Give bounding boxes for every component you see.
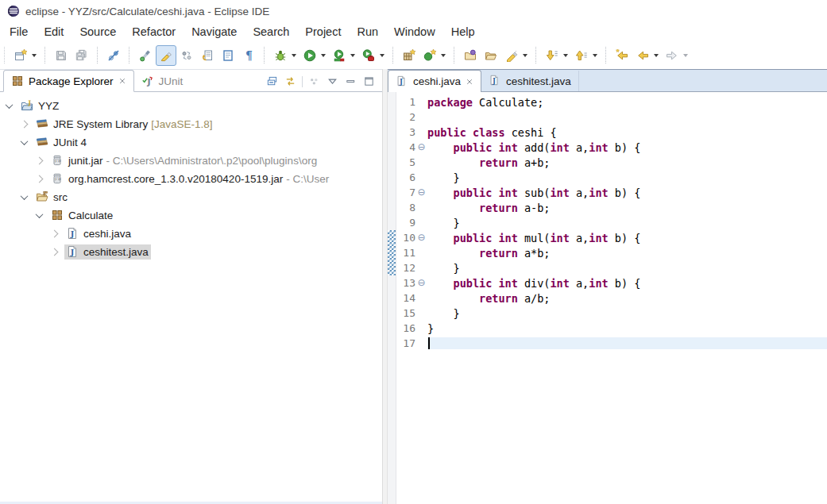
menu-source[interactable]: Source bbox=[71, 24, 124, 40]
menu-search[interactable]: Search bbox=[245, 24, 297, 40]
menu-refactor[interactable]: Refactor bbox=[124, 24, 184, 40]
pilcrow-button[interactable]: ¶ bbox=[238, 45, 259, 66]
workbench: Package ExplorerJJUnit JYYZJRE System Li… bbox=[0, 69, 827, 504]
menu-window[interactable]: Window bbox=[386, 24, 443, 40]
forward-button[interactable] bbox=[662, 45, 682, 66]
editor-tab-ceshi.java[interactable]: Jceshi.java bbox=[388, 70, 481, 92]
chevron-expanded-icon[interactable] bbox=[6, 101, 14, 109]
open-type-button[interactable] bbox=[460, 45, 481, 66]
menu-bar: FileEditSourceRefactorNavigateSearchProj… bbox=[0, 22, 827, 41]
new-wizard-dropdown[interactable] bbox=[32, 54, 37, 57]
previous-annotation-dropdown[interactable] bbox=[593, 54, 597, 57]
code-line: 4⊖ public int add(int a,int b) { bbox=[396, 140, 827, 155]
tree-item-junit.jar[interactable]: 010junit.jar - C:\Users\Administrator\.p… bbox=[0, 152, 382, 170]
run-button[interactable] bbox=[299, 45, 320, 66]
svg-text:¶: ¶ bbox=[245, 49, 253, 62]
project-tree[interactable]: JYYZJRE System Library [JavaSE-1.8]JUnit… bbox=[0, 92, 382, 261]
chevron-collapsed-icon[interactable] bbox=[51, 248, 59, 256]
close-icon[interactable] bbox=[118, 77, 126, 85]
chevron-expanded-icon[interactable] bbox=[36, 210, 44, 218]
chevron-collapsed-icon[interactable] bbox=[36, 175, 44, 183]
save-button[interactable] bbox=[51, 45, 71, 66]
link-with-editor-button[interactable] bbox=[284, 75, 297, 88]
open-folder-button[interactable] bbox=[481, 45, 501, 66]
last-edit-location-button[interactable] bbox=[612, 45, 632, 66]
page-arrow-button[interactable] bbox=[197, 45, 218, 66]
framed-page-button[interactable] bbox=[218, 45, 238, 66]
view-tab-package-explorer[interactable]: Package Explorer bbox=[3, 70, 134, 92]
tree-item-calculate[interactable]: Calculate bbox=[0, 206, 382, 225]
menu-help[interactable]: Help bbox=[443, 24, 483, 40]
fold-collapse-icon[interactable]: ⊖ bbox=[415, 140, 427, 155]
chevron-expanded-icon[interactable] bbox=[21, 192, 29, 200]
new-wizard-button[interactable] bbox=[10, 45, 31, 66]
debug-button[interactable] bbox=[270, 45, 291, 66]
menu-file[interactable]: File bbox=[2, 24, 36, 40]
minimize-button[interactable] bbox=[344, 75, 357, 88]
chevron-collapsed-icon[interactable] bbox=[51, 230, 59, 238]
chevron-collapsed-icon[interactable] bbox=[21, 121, 29, 129]
annotation-ruler[interactable] bbox=[388, 92, 396, 504]
focus-button[interactable] bbox=[307, 75, 321, 88]
previous-annotation-button[interactable] bbox=[571, 45, 592, 66]
tree-item-label: YYZ bbox=[38, 100, 59, 112]
new-class-dropdown[interactable] bbox=[441, 54, 446, 57]
code-text: } bbox=[427, 322, 827, 335]
coverage-dropdown[interactable] bbox=[350, 54, 355, 57]
editor-tab-ceshitest.java[interactable]: Jceshitest.java bbox=[481, 71, 579, 91]
toolbar-separator bbox=[454, 47, 455, 63]
mark-occurrences-button[interactable] bbox=[156, 45, 176, 66]
maximize-button[interactable] bbox=[362, 75, 376, 88]
toolbar-separator bbox=[97, 47, 99, 63]
fold-collapse-icon[interactable]: ⊖ bbox=[415, 185, 427, 200]
search-button[interactable] bbox=[501, 45, 522, 66]
skip-breakpoints-button[interactable] bbox=[103, 45, 124, 66]
tree-item-ceshitest.java[interactable]: Jceshitest.java bbox=[0, 243, 382, 261]
new-java-project-button[interactable] bbox=[399, 45, 419, 66]
collapse-all-button[interactable] bbox=[265, 75, 279, 88]
run-dropdown[interactable] bbox=[321, 54, 326, 57]
linked-dots-button[interactable] bbox=[176, 45, 197, 66]
menu-edit[interactable]: Edit bbox=[36, 24, 71, 40]
mark-occurrences-icon bbox=[160, 49, 172, 62]
menu-navigate[interactable]: Navigate bbox=[184, 24, 245, 40]
tree-item-src[interactable]: src bbox=[0, 188, 382, 206]
search-dropdown[interactable] bbox=[523, 54, 528, 57]
external-tools-button[interactable] bbox=[358, 45, 379, 66]
back-dropdown[interactable] bbox=[654, 54, 659, 57]
tree-item-junit-4[interactable]: JUnit 4 bbox=[0, 133, 382, 152]
close-icon[interactable] bbox=[466, 78, 473, 86]
next-annotation-dropdown[interactable] bbox=[563, 54, 568, 57]
fold-collapse-icon[interactable]: ⊖ bbox=[415, 275, 427, 290]
chevron-expanded-icon[interactable] bbox=[21, 137, 29, 145]
text-cursor bbox=[428, 337, 430, 349]
save-all-button[interactable] bbox=[71, 45, 92, 66]
fold-collapse-icon[interactable]: ⊖ bbox=[415, 230, 427, 245]
chevron-collapsed-icon[interactable] bbox=[36, 157, 44, 165]
forward-dropdown[interactable] bbox=[683, 54, 688, 57]
next-annotation-button[interactable] bbox=[542, 45, 562, 66]
svg-text:010: 010 bbox=[56, 159, 62, 163]
code-editor[interactable]: 1package Calculate;23public class ceshi … bbox=[388, 92, 827, 504]
new-class-button[interactable] bbox=[419, 45, 440, 66]
tree-item-yyz[interactable]: JYYZ bbox=[0, 97, 382, 115]
code-text: package Calculate; bbox=[427, 96, 827, 109]
coverage-button[interactable] bbox=[329, 45, 350, 66]
back-button[interactable] bbox=[632, 45, 653, 66]
view-menu-button[interactable] bbox=[326, 75, 339, 88]
flashlight-button[interactable] bbox=[135, 45, 156, 66]
view-tab-junit[interactable]: JJUnit bbox=[134, 71, 191, 91]
menu-run[interactable]: Run bbox=[349, 24, 386, 40]
svg-text:J: J bbox=[146, 77, 150, 87]
svg-text:J: J bbox=[399, 77, 403, 85]
tree-item-jre-system-library[interactable]: JRE System Library [JavaSE-1.8] bbox=[0, 115, 382, 133]
tree-item-ceshi.java[interactable]: Jceshi.java bbox=[0, 225, 382, 243]
text-area[interactable]: 1package Calculate;23public class ceshi … bbox=[396, 92, 827, 504]
menu-project[interactable]: Project bbox=[297, 24, 349, 40]
code-line: 6 } bbox=[396, 170, 827, 185]
window-title: eclipse - YYZ/src/Calculate/ceshi.java -… bbox=[25, 6, 269, 17]
external-tools-dropdown[interactable] bbox=[380, 54, 385, 57]
debug-dropdown[interactable] bbox=[292, 54, 296, 57]
tree-item-org.hamcrest.core-1.3.0.v20180420-1519.jar[interactable]: 010org.hamcrest.core_1.3.0.v20180420-151… bbox=[0, 170, 382, 188]
code-text: return a-b; bbox=[427, 202, 827, 214]
